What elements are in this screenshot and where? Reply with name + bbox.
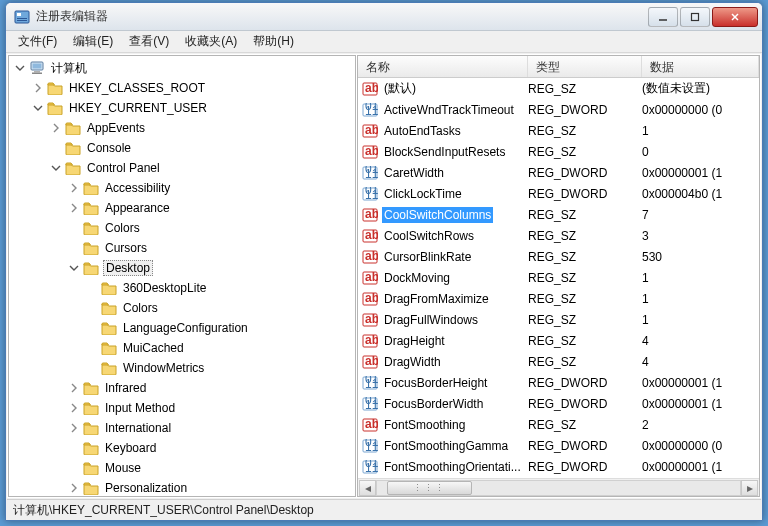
value-type: REG_DWORD bbox=[528, 376, 642, 390]
scroll-thumb[interactable]: ⋮⋮⋮ bbox=[387, 481, 472, 495]
maximize-button[interactable] bbox=[680, 7, 710, 27]
tree-row[interactable]: MuiCached bbox=[9, 338, 355, 358]
svg-text:ab: ab bbox=[365, 82, 378, 95]
svg-text:110: 110 bbox=[365, 188, 378, 201]
folder-icon bbox=[83, 441, 99, 455]
value-data: 0x00000000 (0 bbox=[642, 439, 759, 453]
svg-rect-0 bbox=[15, 11, 29, 23]
titlebar[interactable]: 注册表编辑器 bbox=[6, 3, 762, 31]
tree-row[interactable]: Control Panel bbox=[9, 158, 355, 178]
tree-row[interactable]: Input Method bbox=[9, 398, 355, 418]
expander-collapse-icon[interactable] bbox=[67, 261, 81, 275]
tree-row[interactable]: Appearance bbox=[9, 198, 355, 218]
col-data[interactable]: 数据 bbox=[642, 56, 759, 77]
menu-favorites[interactable]: 收藏夹(A) bbox=[177, 31, 245, 52]
folder-icon bbox=[65, 121, 81, 135]
list-row[interactable]: abDragHeightREG_SZ4 bbox=[358, 330, 759, 351]
menu-view[interactable]: 查看(V) bbox=[121, 31, 177, 52]
value-type: REG_SZ bbox=[528, 229, 642, 243]
list-row[interactable]: ab(默认)REG_SZ(数值未设置) bbox=[358, 78, 759, 99]
tree-row[interactable]: Mouse bbox=[9, 458, 355, 478]
list-row[interactable]: abCoolSwitchColumnsREG_SZ7 bbox=[358, 204, 759, 225]
value-type: REG_SZ bbox=[528, 313, 642, 327]
list-row[interactable]: abDragFullWindowsREG_SZ1 bbox=[358, 309, 759, 330]
tree-row[interactable]: Keyboard bbox=[9, 438, 355, 458]
tree-label: Colors bbox=[121, 301, 160, 315]
list-row[interactable]: abDockMovingREG_SZ1 bbox=[358, 267, 759, 288]
list-row[interactable]: 011110ActiveWndTrackTimeoutREG_DWORD0x00… bbox=[358, 99, 759, 120]
expander-expand-icon[interactable] bbox=[49, 121, 63, 135]
expander-collapse-icon[interactable] bbox=[31, 101, 45, 115]
list-row[interactable]: 011110FontSmoothingOrientati...REG_DWORD… bbox=[358, 456, 759, 477]
expander-expand-icon[interactable] bbox=[67, 421, 81, 435]
scroll-left-arrow[interactable]: ◂ bbox=[359, 480, 376, 496]
tree-row[interactable]: Desktop bbox=[9, 258, 355, 278]
list-row[interactable]: abBlockSendInputResetsREG_SZ0 bbox=[358, 141, 759, 162]
tree-row[interactable]: HKEY_CURRENT_USER bbox=[9, 98, 355, 118]
list-body[interactable]: ab(默认)REG_SZ(数值未设置)011110ActiveWndTrackT… bbox=[358, 78, 759, 478]
col-type[interactable]: 类型 bbox=[528, 56, 642, 77]
folder-icon bbox=[65, 141, 81, 155]
tree-label: Control Panel bbox=[85, 161, 162, 175]
expander-collapse-icon[interactable] bbox=[49, 161, 63, 175]
tree-row[interactable]: Colors bbox=[9, 298, 355, 318]
folder-icon bbox=[101, 361, 117, 375]
horizontal-scrollbar[interactable]: ◂ ⋮⋮⋮ ▸ bbox=[358, 478, 759, 496]
menu-edit[interactable]: 编辑(E) bbox=[65, 31, 121, 52]
list-row[interactable]: abCoolSwitchRowsREG_SZ3 bbox=[358, 225, 759, 246]
list-header[interactable]: 名称 类型 数据 bbox=[358, 56, 759, 78]
status-path: 计算机\HKEY_CURRENT_USER\Control Panel\Desk… bbox=[13, 503, 314, 517]
tree-row[interactable]: Personalization bbox=[9, 478, 355, 497]
tree-row[interactable]: LanguageConfiguration bbox=[9, 318, 355, 338]
list-row[interactable]: abCursorBlinkRateREG_SZ530 bbox=[358, 246, 759, 267]
svg-text:110: 110 bbox=[365, 377, 378, 390]
tree-row[interactable]: Console bbox=[9, 138, 355, 158]
reg-dword-icon: 011110 bbox=[362, 439, 378, 453]
tree-row[interactable]: Infrared bbox=[9, 378, 355, 398]
menu-file[interactable]: 文件(F) bbox=[10, 31, 65, 52]
tree-row[interactable]: HKEY_CLASSES_ROOT bbox=[9, 78, 355, 98]
expander-expand-icon[interactable] bbox=[31, 81, 45, 95]
list-row[interactable]: abAutoEndTasksREG_SZ1 bbox=[358, 120, 759, 141]
list-row[interactable]: 011110FocusBorderWidthREG_DWORD0x0000000… bbox=[358, 393, 759, 414]
expander-expand-icon[interactable] bbox=[67, 481, 81, 495]
list-row[interactable]: 011110FontSmoothingGammaREG_DWORD0x00000… bbox=[358, 435, 759, 456]
tree-row[interactable]: Cursors bbox=[9, 238, 355, 258]
reg-sz-icon: ab bbox=[362, 229, 378, 243]
tree-row[interactable]: Colors bbox=[9, 218, 355, 238]
tree-row[interactable]: International bbox=[9, 418, 355, 438]
list-row[interactable]: 011110CaretWidthREG_DWORD0x00000001 (1 bbox=[358, 162, 759, 183]
list-row[interactable]: 011110ClickLockTimeREG_DWORD0x000004b0 (… bbox=[358, 183, 759, 204]
value-type: REG_SZ bbox=[528, 355, 642, 369]
tree-row[interactable]: Accessibility bbox=[9, 178, 355, 198]
list-row[interactable]: abDragWidthREG_SZ4 bbox=[358, 351, 759, 372]
close-button[interactable] bbox=[712, 7, 758, 27]
expander-collapse-icon[interactable] bbox=[13, 61, 27, 75]
value-list: 名称 类型 数据 ab(默认)REG_SZ(数值未设置)011110Active… bbox=[357, 55, 760, 497]
value-type: REG_DWORD bbox=[528, 397, 642, 411]
tree-row[interactable]: 计算机 bbox=[9, 58, 355, 78]
expander-expand-icon[interactable] bbox=[67, 201, 81, 215]
scroll-track[interactable]: ⋮⋮⋮ bbox=[376, 480, 741, 496]
tree-label: HKEY_CURRENT_USER bbox=[67, 101, 209, 115]
value-type: REG_SZ bbox=[528, 208, 642, 222]
list-row[interactable]: abDragFromMaximizeREG_SZ1 bbox=[358, 288, 759, 309]
svg-text:110: 110 bbox=[365, 167, 378, 180]
registry-tree[interactable]: 计算机HKEY_CLASSES_ROOTHKEY_CURRENT_USERApp… bbox=[8, 55, 356, 497]
scroll-right-arrow[interactable]: ▸ bbox=[741, 480, 758, 496]
tree-row[interactable]: WindowMetrics bbox=[9, 358, 355, 378]
folder-icon bbox=[83, 241, 99, 255]
minimize-button[interactable] bbox=[648, 7, 678, 27]
list-row[interactable]: 011110FocusBorderHeightREG_DWORD0x000000… bbox=[358, 372, 759, 393]
tree-row[interactable]: 360DesktopLite bbox=[9, 278, 355, 298]
tree-row[interactable]: AppEvents bbox=[9, 118, 355, 138]
value-data: 3 bbox=[642, 229, 759, 243]
expander-expand-icon[interactable] bbox=[67, 381, 81, 395]
tree-label: Input Method bbox=[103, 401, 177, 415]
expander-expand-icon[interactable] bbox=[67, 181, 81, 195]
value-name: DragFromMaximize bbox=[382, 291, 491, 307]
list-row[interactable]: abFontSmoothingREG_SZ2 bbox=[358, 414, 759, 435]
menu-help[interactable]: 帮助(H) bbox=[245, 31, 302, 52]
col-name[interactable]: 名称 bbox=[358, 56, 528, 77]
expander-expand-icon[interactable] bbox=[67, 401, 81, 415]
